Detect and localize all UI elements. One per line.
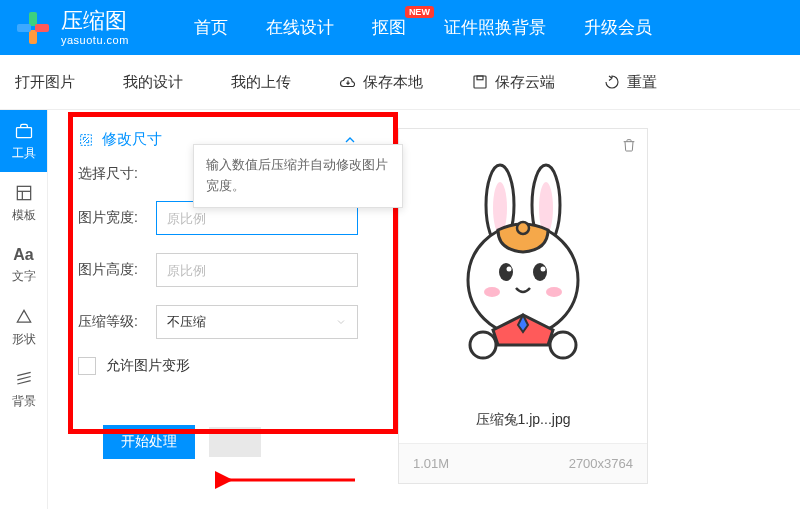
height-label: 图片高度: (78, 261, 144, 279)
chevron-down-icon (335, 316, 347, 328)
logo-text: 压缩图 yasuotu.com (61, 9, 129, 45)
preview-meta: 1.01M 2700x3764 (399, 443, 647, 483)
toolbox-icon (14, 121, 34, 141)
sidebar-item-template[interactable]: 模板 (0, 172, 47, 234)
deform-row: 允许图片变形 (78, 357, 358, 375)
svg-rect-5 (477, 76, 483, 80)
width-label: 图片宽度: (78, 209, 144, 227)
svg-rect-7 (17, 186, 30, 199)
button-row: 开始处理 (48, 407, 388, 459)
compress-value: 不压缩 (167, 313, 206, 331)
svg-rect-4 (474, 76, 486, 88)
reset-label: 重置 (627, 73, 657, 92)
shape-icon (14, 307, 34, 327)
height-input[interactable] (156, 253, 358, 287)
sidebar-label: 模板 (12, 207, 36, 224)
nav-cutout-label: 抠图 (372, 18, 406, 37)
preview-image (399, 129, 647, 401)
preview-card: 压缩兔1.jp...jpg 1.01M 2700x3764 (398, 128, 648, 484)
text-icon: Aa (13, 246, 33, 264)
nav-idphoto[interactable]: 证件照换背景 (444, 16, 546, 39)
nav-upgrade[interactable]: 升级会员 (584, 16, 652, 39)
svg-point-21 (507, 267, 512, 272)
my-upload-button[interactable]: 我的上传 (231, 73, 291, 92)
svg-rect-6 (16, 127, 31, 137)
sidebar-label: 形状 (12, 331, 36, 348)
sidebar-item-shape[interactable]: 形状 (0, 296, 47, 358)
my-design-button[interactable]: 我的设计 (123, 73, 183, 92)
file-dimensions: 2700x3764 (569, 456, 633, 471)
sidebar-label: 背景 (12, 393, 36, 410)
select-size-label: 选择尺寸: (78, 165, 144, 183)
tooltip: 输入数值后压缩并自动修改图片宽度。 (193, 144, 403, 208)
background-icon (14, 369, 34, 389)
new-badge: NEW (405, 6, 434, 18)
sidebar-item-text[interactable]: Aa 文字 (0, 234, 47, 296)
svg-rect-3 (35, 24, 49, 32)
top-nav: 首页 在线设计 抠图NEW 证件照换背景 升级会员 (194, 16, 652, 39)
main-area: 工具 模板 Aa 文字 形状 背景 修改尺寸 (0, 110, 800, 509)
file-size: 1.01M (413, 456, 449, 471)
svg-point-19 (499, 263, 513, 281)
svg-rect-1 (29, 30, 37, 44)
preview-filename: 压缩兔1.jp...jpg (399, 401, 647, 443)
sidebar-item-tools[interactable]: 工具 (0, 110, 47, 172)
annotation-arrow (215, 465, 365, 495)
open-image-button[interactable]: 打开图片 (15, 73, 75, 92)
save-local-label: 保存本地 (363, 73, 423, 92)
secondary-button[interactable] (209, 427, 261, 457)
svg-point-27 (550, 332, 576, 358)
toolbar: 打开图片 我的设计 我的上传 保存本地 保存云端 重置 (0, 55, 800, 110)
compress-label: 压缩等级: (78, 313, 144, 331)
allow-deform-label: 允许图片变形 (106, 357, 190, 375)
panel-title: 修改尺寸 (102, 130, 162, 149)
svg-point-25 (517, 222, 529, 234)
height-row: 图片高度: (78, 253, 358, 287)
preview-area: 压缩兔1.jp...jpg 1.01M 2700x3764 (388, 110, 800, 509)
svg-rect-0 (29, 12, 37, 26)
sidebar-item-background[interactable]: 背景 (0, 358, 47, 420)
svg-line-12 (17, 380, 30, 383)
logo[interactable]: 压缩图 yasuotu.com (15, 9, 129, 45)
process-button[interactable]: 开始处理 (103, 425, 195, 459)
reset-icon (603, 73, 621, 91)
template-icon (14, 183, 34, 203)
svg-point-22 (541, 267, 546, 272)
svg-point-20 (533, 263, 547, 281)
cloud-download-icon (339, 73, 357, 91)
svg-rect-2 (17, 24, 31, 32)
left-sidebar: 工具 模板 Aa 文字 形状 背景 (0, 110, 48, 509)
allow-deform-checkbox[interactable] (78, 357, 96, 375)
logo-icon (15, 10, 51, 46)
rabbit-illustration (448, 160, 598, 370)
nav-home[interactable]: 首页 (194, 16, 228, 39)
compress-select[interactable]: 不压缩 (156, 305, 358, 339)
trash-icon (621, 137, 637, 153)
compress-row: 压缩等级: 不压缩 (78, 305, 358, 339)
nav-cutout[interactable]: 抠图NEW (372, 16, 406, 39)
save-local-button[interactable]: 保存本地 (339, 73, 423, 92)
resize-icon (78, 132, 94, 148)
delete-button[interactable] (621, 137, 637, 156)
save-icon (471, 73, 489, 91)
sidebar-label: 文字 (12, 268, 36, 285)
nav-design[interactable]: 在线设计 (266, 16, 334, 39)
save-cloud-label: 保存云端 (495, 73, 555, 92)
svg-point-26 (470, 332, 496, 358)
svg-line-11 (17, 376, 30, 379)
sidebar-label: 工具 (12, 145, 36, 162)
save-cloud-button[interactable]: 保存云端 (471, 73, 555, 92)
svg-line-10 (17, 372, 30, 375)
reset-button[interactable]: 重置 (603, 73, 657, 92)
svg-point-23 (484, 287, 500, 297)
svg-point-24 (546, 287, 562, 297)
top-header: 压缩图 yasuotu.com 首页 在线设计 抠图NEW 证件照换背景 升级会… (0, 0, 800, 55)
tool-panel: 修改尺寸 输入数值后压缩并自动修改图片宽度。 选择尺寸: 图片宽度: 图片高度:… (48, 110, 388, 509)
